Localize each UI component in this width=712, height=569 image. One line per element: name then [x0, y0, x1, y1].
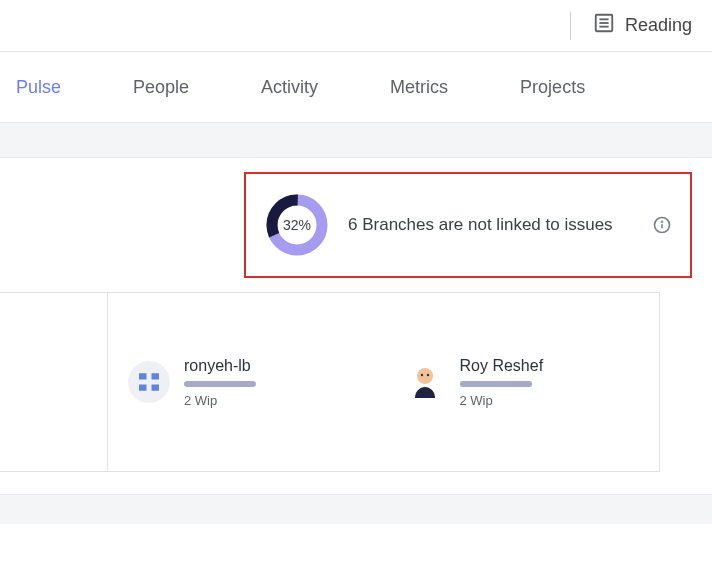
- tab-people[interactable]: People: [133, 77, 189, 98]
- tab-metrics[interactable]: Metrics: [390, 77, 448, 98]
- info-icon[interactable]: [652, 215, 672, 235]
- avatar: [404, 361, 446, 403]
- person-wip: 2 Wip: [460, 393, 544, 408]
- section-divider: [0, 122, 712, 158]
- svg-point-12: [417, 368, 433, 384]
- person-bar: [184, 381, 256, 387]
- tab-activity[interactable]: Activity: [261, 77, 318, 98]
- person-card[interactable]: Roy Reshef 2 Wip: [384, 293, 660, 471]
- bottom-divider: [0, 494, 712, 524]
- person-meta: Roy Reshef 2 Wip: [460, 357, 544, 408]
- donut-chart: 32%: [264, 192, 330, 258]
- topbar-divider: [570, 12, 571, 40]
- avatar: [128, 361, 170, 403]
- person-bar: [460, 381, 532, 387]
- svg-point-13: [420, 374, 422, 376]
- tab-projects[interactable]: Projects: [520, 77, 585, 98]
- svg-rect-11: [138, 380, 161, 385]
- svg-point-14: [426, 374, 428, 376]
- person-wip: 2 Wip: [184, 393, 256, 408]
- top-bar: Reading: [0, 0, 712, 52]
- svg-point-8: [662, 221, 663, 222]
- list-icon: [593, 12, 615, 39]
- people-section: ronyeh-lb 2 Wip Roy Reshef 2 Wip: [0, 292, 660, 472]
- insight-text: 6 Branches are not linked to issues: [348, 215, 634, 235]
- people-spacer: [0, 293, 108, 471]
- person-meta: ronyeh-lb 2 Wip: [184, 357, 256, 408]
- person-name: ronyeh-lb: [184, 357, 256, 375]
- person-name: Roy Reshef: [460, 357, 544, 375]
- reading-mode-button[interactable]: Reading: [585, 12, 700, 39]
- tab-pulse[interactable]: Pulse: [16, 77, 61, 98]
- people-cards: ronyeh-lb 2 Wip Roy Reshef 2 Wip: [108, 293, 660, 471]
- person-card[interactable]: ronyeh-lb 2 Wip: [108, 293, 384, 471]
- insight-row: 32% 6 Branches are not linked to issues: [0, 158, 712, 292]
- donut-percent: 32%: [264, 192, 330, 258]
- tabs: Pulse People Activity Metrics Projects: [0, 52, 712, 122]
- reading-label: Reading: [625, 15, 692, 36]
- unlinked-branches-card[interactable]: 32% 6 Branches are not linked to issues: [244, 172, 692, 278]
